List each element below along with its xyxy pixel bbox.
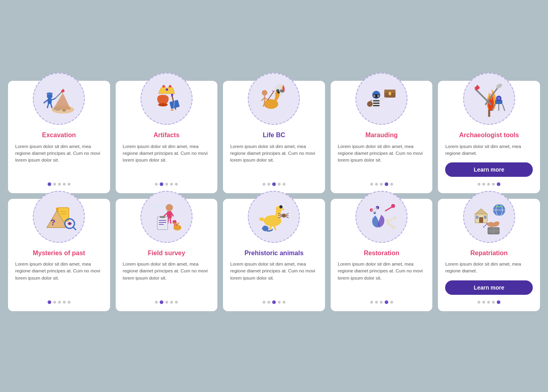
svg-point-87 [175,224,178,226]
svg-line-67 [73,227,76,230]
card-mysteries-of-past: ? Mysteries of past Lorem ipsum dolor si… [8,199,110,311]
dot-indicator [170,183,173,186]
dot-indicator [487,301,490,304]
dot-indicator [175,183,178,186]
dot-indicator [170,301,173,304]
dot-indicator [283,183,285,186]
dot-indicator [380,183,383,186]
card-archaeologist-tools: Archaeologist tools Lorem ipsum dolor si… [438,81,540,193]
learn-more-button[interactable]: Learn more [445,280,533,295]
dot-indicator [482,301,485,304]
card-repatriation: Repatriation Lorem ipsum dolor sit dim a… [438,199,540,311]
card-artifacts: Artifacts Lorem ipsum dolor sit dim amet… [116,81,218,193]
dot-indicator [175,301,178,304]
dot-indicator [63,301,66,304]
dot-indicator [375,183,378,186]
card-field-survey: Field survey Lorem ipsum dolor sit dim a… [116,199,218,311]
dot-indicator [478,301,480,304]
svg-point-88 [264,215,281,226]
dot-indicator [497,182,500,186]
dot-indicator [390,183,393,186]
pagination-dots [370,300,393,304]
svg-line-48 [371,100,371,102]
dot-indicator [48,182,51,186]
dot-indicator [165,183,168,186]
card-icon-area [141,73,193,125]
svg-line-9 [51,104,52,108]
card-icon-area [141,191,193,243]
dot-indicator [53,301,56,304]
dot-indicator [58,183,61,186]
card-body: Lorem ipsum dolor sit dim amet, mea regi… [445,261,533,275]
svg-point-70 [166,204,173,211]
svg-line-8 [47,104,48,108]
dot-indicator [370,183,373,186]
svg-line-45 [379,98,385,101]
dot-indicator [160,300,163,304]
card-icon-area: ? [33,191,85,243]
dot-indicator [380,301,383,304]
svg-point-16 [158,103,168,106]
pagination-dots [478,182,500,186]
dot-indicator [267,183,270,186]
svg-point-11 [62,109,66,112]
card-excavation: Excavation Lorem ipsum dolor sit dim ame… [8,81,110,193]
dot-indicator [155,301,158,304]
svg-line-57 [502,104,505,111]
dot-indicator [165,301,168,304]
svg-point-55 [498,97,500,100]
pagination-dots [48,182,70,186]
dot-indicator [482,183,485,186]
pagination-dots [263,300,285,304]
svg-text:?: ? [50,218,55,227]
dot-indicator [58,301,61,304]
dot-indicator [160,182,163,186]
svg-line-91 [274,226,276,230]
dot-indicator [487,183,490,186]
card-body: Lorem ipsum dolor sit dim amet, mea regi… [15,261,103,282]
card-title: Archaeologist tools [459,131,519,139]
svg-point-100 [391,204,395,208]
dot-indicator [492,183,495,186]
svg-point-14 [169,85,171,88]
svg-line-6 [52,98,55,100]
svg-rect-116 [476,216,478,219]
svg-point-40 [377,95,379,97]
card-icon-area [33,73,85,125]
svg-point-10 [54,107,61,111]
svg-point-25 [277,91,280,94]
learn-more-button[interactable]: Learn more [445,162,533,177]
dot-indicator [278,301,281,304]
svg-rect-77 [160,216,165,218]
card-body: Lorem ipsum dolor sit dim amet, mea regi… [338,261,426,282]
dot-indicator [53,183,56,186]
svg-point-18 [171,109,174,111]
svg-point-26 [262,90,267,96]
card-restoration: Restoration Lorem ipsum dolor sit dim am… [331,199,433,311]
svg-line-5 [44,100,48,103]
dot-indicator [263,183,265,186]
svg-line-98 [286,216,289,218]
svg-line-73 [172,213,173,216]
svg-rect-76 [157,217,168,230]
card-body: Lorem ipsum dolor sit dim amet, mea regi… [338,143,426,164]
dot-indicator [267,301,270,304]
dot-indicator [272,300,276,304]
card-title: Field survey [148,249,185,257]
pagination-dots [155,182,178,186]
card-grid: Excavation Lorem ipsum dolor sit dim ame… [8,81,540,311]
card-body: Lorem ipsum dolor sit dim amet, mea regi… [123,143,211,164]
svg-marker-1 [53,93,71,110]
pagination-dots [370,182,393,186]
svg-point-105 [387,222,390,225]
svg-point-47 [367,101,373,107]
svg-point-102 [386,219,389,222]
dot-indicator [272,182,276,186]
dot-indicator [283,301,285,304]
pagination-dots [263,182,285,186]
dot-indicator [385,182,388,186]
dot-indicator [155,183,158,186]
card-body: Lorem ipsum dolor sit dim amet, mea regi… [15,143,103,164]
svg-line-75 [170,218,171,224]
svg-rect-4 [48,98,52,104]
